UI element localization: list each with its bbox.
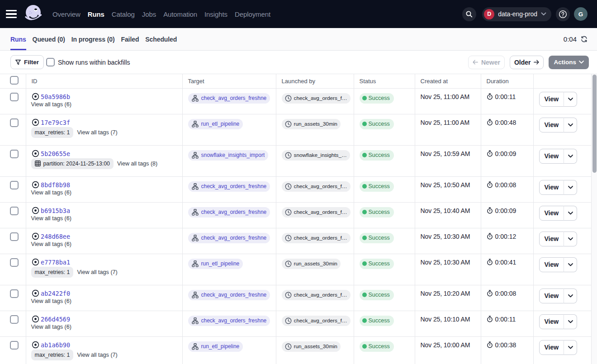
nav-link-insights[interactable]: Insights <box>204 10 227 18</box>
tab-runs[interactable]: Runs <box>10 28 26 50</box>
scrollbar-thumb[interactable] <box>592 75 597 173</box>
older-button[interactable]: Older <box>510 56 544 69</box>
refresh-icon[interactable] <box>581 36 588 43</box>
view-run-caret-button[interactable] <box>564 257 577 272</box>
target-chip[interactable]: check_avg_orders_freshne <box>188 290 270 300</box>
view-run-button[interactable]: View <box>539 149 564 164</box>
view-run-button[interactable]: View <box>539 232 564 246</box>
run-id-link[interactable]: 50a5986b <box>41 93 70 100</box>
view-all-tags-button[interactable]: View all tags (6) <box>31 101 71 108</box>
target-chip[interactable]: run_etl_pipeline <box>188 259 243 269</box>
view-run-button[interactable]: View <box>539 206 564 221</box>
launched-by-chip[interactable]: check_avg_orders_f… <box>282 233 351 243</box>
tab-in-progress-0[interactable]: In progress (0) <box>71 28 115 50</box>
view-run-caret-button[interactable] <box>564 206 577 221</box>
target-chip[interactable]: run_etl_pipeline <box>188 119 243 129</box>
select-all-checkbox[interactable] <box>10 76 19 85</box>
view-run-caret-button[interactable] <box>564 288 577 303</box>
row-checkbox[interactable] <box>10 150 19 158</box>
launched-by-chip[interactable]: run_assets_30min <box>282 341 341 352</box>
tab-scheduled[interactable]: Scheduled <box>145 28 177 50</box>
view-run-caret-button[interactable] <box>564 314 577 329</box>
run-tag-pill[interactable]: max_retries: 1 <box>31 127 74 138</box>
nav-link-jobs[interactable]: Jobs <box>142 10 156 18</box>
tab-queued-0[interactable]: Queued (0) <box>33 28 65 50</box>
run-id-link[interactable]: ab2422f0 <box>41 290 70 297</box>
run-tag-pill[interactable]: partition: 2024-11-25-13:00 <box>31 158 114 169</box>
nav-link-automation[interactable]: Automation <box>163 10 197 18</box>
view-all-tags-button[interactable]: View all tags (6) <box>31 241 71 247</box>
run-id-link[interactable]: 266d4569 <box>41 316 70 323</box>
view-all-tags-button[interactable]: View all tags (6) <box>31 215 71 222</box>
view-run-caret-button[interactable] <box>564 180 577 195</box>
show-backfills-checkbox[interactable] <box>46 58 55 66</box>
run-id-link[interactable]: 8bdf8b98 <box>41 181 70 189</box>
target-chip[interactable]: check_avg_orders_freshne <box>188 207 270 217</box>
run-id-link[interactable]: 248d68ee <box>41 233 70 240</box>
run-tag-pill[interactable]: max_retries: 1 <box>31 267 74 278</box>
nav-link-catalog[interactable]: Catalog <box>112 10 135 18</box>
vertical-scrollbar[interactable] <box>591 74 597 364</box>
view-run-button[interactable]: View <box>539 288 564 303</box>
view-run-caret-button[interactable] <box>564 92 577 107</box>
row-checkbox[interactable] <box>10 289 19 298</box>
launched-by-chip[interactable]: check_avg_orders_f… <box>282 93 351 104</box>
row-checkbox[interactable] <box>10 258 19 267</box>
search-button[interactable] <box>462 7 476 21</box>
target-chip[interactable]: check_avg_orders_freshne <box>188 93 270 104</box>
view-run-button[interactable]: View <box>539 257 564 272</box>
row-checkbox[interactable] <box>10 207 19 215</box>
view-all-tags-button[interactable]: View all tags (6) <box>31 324 71 330</box>
run-id-link[interactable]: b6915b3a <box>41 207 70 214</box>
run-id-link[interactable]: 17e79c3f <box>41 119 70 126</box>
target-chip[interactable]: run_etl_pipeline <box>188 341 243 352</box>
view-run-button[interactable]: View <box>539 92 564 107</box>
launched-by-chip[interactable]: snowflake_insights_… <box>282 150 350 161</box>
launched-by-chip[interactable]: check_avg_orders_f… <box>282 290 351 300</box>
view-all-tags-button[interactable]: View all tags (7) <box>77 269 117 275</box>
view-run-button[interactable]: View <box>539 118 564 132</box>
view-all-tags-button[interactable]: View all tags (7) <box>77 129 117 136</box>
run-id-link[interactable]: ab1a6b90 <box>41 341 70 349</box>
actions-button[interactable]: Actions <box>549 56 589 69</box>
row-checkbox[interactable] <box>10 232 19 241</box>
nav-link-runs[interactable]: Runs <box>88 10 104 18</box>
run-tag-pill[interactable]: max_retries: 1 <box>31 350 74 360</box>
launched-by-chip[interactable]: run_assets_30min <box>282 119 341 129</box>
view-all-tags-button[interactable]: View all tags (8) <box>117 161 157 167</box>
launched-by-chip[interactable]: check_avg_orders_f… <box>282 181 351 192</box>
target-chip[interactable]: snowflake_insights_import <box>188 150 269 161</box>
run-id-link[interactable]: 5b20655e <box>41 150 70 157</box>
launched-by-chip[interactable]: check_avg_orders_f… <box>282 207 351 217</box>
row-checkbox[interactable] <box>10 118 19 127</box>
view-all-tags-button[interactable]: View all tags (6) <box>31 298 71 304</box>
view-run-caret-button[interactable] <box>564 232 577 246</box>
view-run-button[interactable]: View <box>539 314 564 329</box>
row-checkbox[interactable] <box>10 181 19 189</box>
view-run-button[interactable]: View <box>539 180 564 195</box>
dagster-logo[interactable] <box>24 4 43 24</box>
view-all-tags-button[interactable]: View all tags (7) <box>77 352 117 358</box>
target-chip[interactable]: check_avg_orders_freshne <box>188 181 270 192</box>
view-run-caret-button[interactable] <box>564 340 577 355</box>
view-run-caret-button[interactable] <box>564 149 577 164</box>
help-button[interactable] <box>556 7 570 21</box>
view-run-button[interactable]: View <box>539 340 564 355</box>
target-chip[interactable]: check_avg_orders_freshne <box>188 316 270 326</box>
tab-failed[interactable]: Failed <box>121 28 139 50</box>
show-backfills-toggle[interactable]: Show runs within backfills <box>46 58 130 66</box>
nav-link-overview[interactable]: Overview <box>52 10 81 18</box>
view-run-caret-button[interactable] <box>564 118 577 132</box>
user-avatar[interactable]: G <box>574 7 588 21</box>
deployment-switcher[interactable]: D data-eng-prod <box>482 7 551 21</box>
launched-by-chip[interactable]: check_avg_orders_f… <box>282 316 351 326</box>
filter-button[interactable]: Filter <box>10 55 44 69</box>
nav-link-deployment[interactable]: Deployment <box>235 10 270 18</box>
newer-button[interactable]: Newer <box>468 56 505 69</box>
row-checkbox[interactable] <box>10 315 19 324</box>
view-all-tags-button[interactable]: View all tags (6) <box>31 189 71 196</box>
row-checkbox[interactable] <box>10 341 19 350</box>
menu-hamburger-icon[interactable] <box>6 10 17 18</box>
row-checkbox[interactable] <box>10 93 19 101</box>
target-chip[interactable]: check_avg_orders_freshne <box>188 233 270 243</box>
